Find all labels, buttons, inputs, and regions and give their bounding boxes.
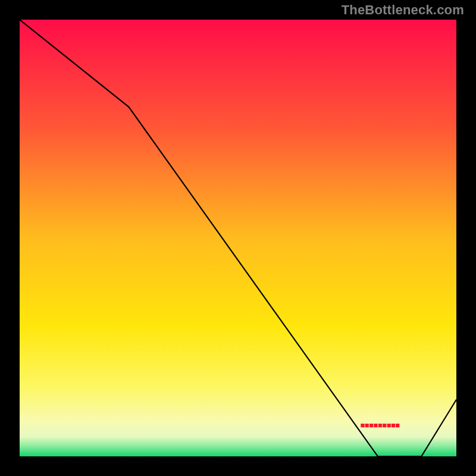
chart-container: TheBottleneck.com ■■■■■■■■■: [0, 0, 476, 476]
optimal-marker: ■■■■■■■■■: [361, 421, 400, 430]
bottleneck-curve: [20, 20, 456, 456]
plot-area: ■■■■■■■■■: [20, 20, 456, 456]
watermark-text: TheBottleneck.com: [342, 2, 464, 18]
